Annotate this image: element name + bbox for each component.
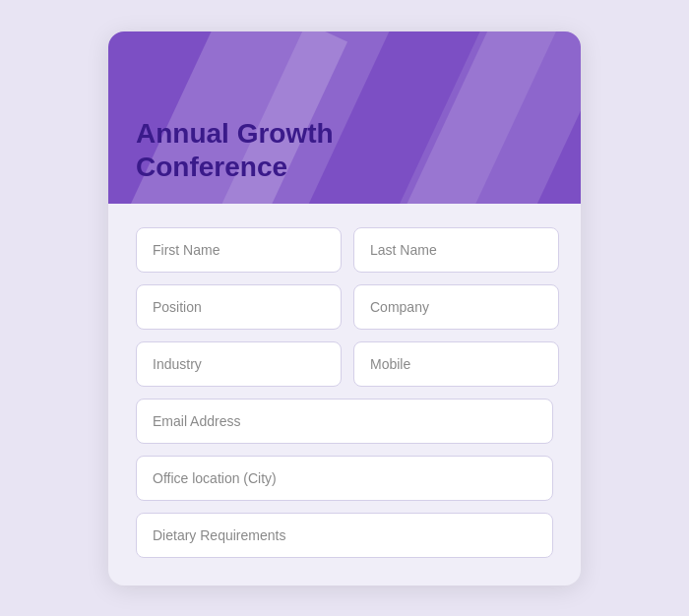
- registration-card: Annual GrowthConference: [108, 31, 581, 585]
- name-row: [136, 227, 553, 273]
- company-input[interactable]: [353, 284, 559, 330]
- first-name-input[interactable]: [136, 227, 342, 273]
- dietary-requirements-input[interactable]: [136, 513, 553, 558]
- position-company-row: [136, 284, 553, 330]
- last-name-input[interactable]: [353, 227, 559, 273]
- form-body: [108, 204, 581, 585]
- office-location-input[interactable]: [136, 456, 553, 501]
- mobile-input[interactable]: [353, 341, 559, 387]
- card-header: Annual GrowthConference: [108, 31, 581, 204]
- conference-title: Annual GrowthConference: [136, 117, 334, 183]
- industry-mobile-row: [136, 341, 553, 387]
- industry-input[interactable]: [136, 341, 342, 387]
- position-input[interactable]: [136, 284, 342, 330]
- email-input[interactable]: [136, 399, 553, 444]
